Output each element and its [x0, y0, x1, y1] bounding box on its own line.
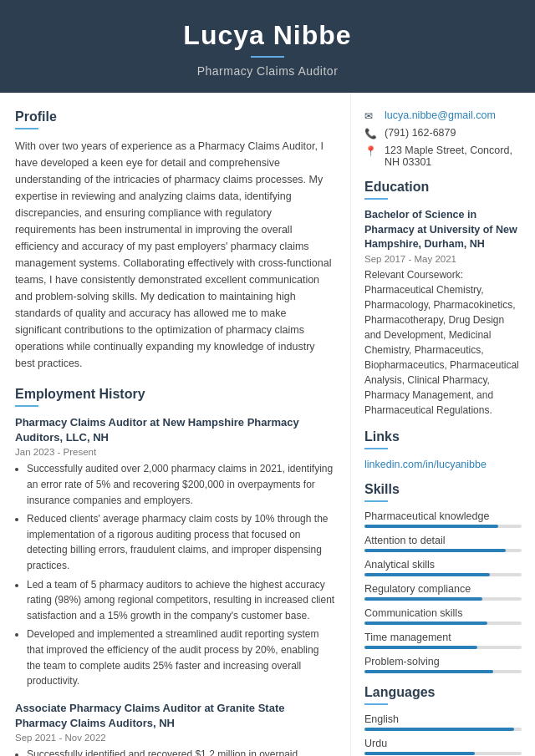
header-divider — [251, 56, 284, 58]
skill-bar-bg — [364, 622, 522, 625]
skill-bar-fill — [364, 525, 498, 528]
resume-header: Lucya Nibbe Pharmacy Claims Auditor — [0, 0, 535, 93]
skill-bar-bg — [364, 525, 522, 528]
job-1-dates: Jan 2023 - Present — [15, 447, 335, 457]
skill-bar-bg — [364, 646, 522, 649]
location-icon: 📍 — [364, 145, 380, 157]
links-divider — [364, 448, 388, 449]
skills-list: Pharmaceutical knowledge Attention to de… — [364, 510, 522, 673]
contact-address: 📍 123 Maple Street, Concord, NH 03301 — [364, 145, 522, 168]
edu-dates: Sep 2017 - May 2021 — [364, 254, 522, 264]
job-2-bullets: Successfully identified and recovered $1… — [15, 747, 335, 756]
job-2-title: Associate Pharmacy Claims Auditor at Gra… — [15, 701, 335, 731]
profile-divider — [15, 128, 38, 129]
lang-label: English — [364, 713, 522, 725]
skill-bar-bg — [364, 573, 522, 576]
languages-divider — [364, 703, 388, 705]
candidate-name: Lucya Nibbe — [17, 20, 518, 51]
job-2: Associate Pharmacy Claims Auditor at Gra… — [15, 701, 335, 756]
list-item: Developed and implemented a streamlined … — [27, 627, 335, 688]
skill-label: Communication skills — [364, 607, 522, 619]
employment-title: Employment History — [15, 387, 335, 402]
profile-text: With over two years of experience as a P… — [15, 138, 335, 372]
education-section: Education Bachelor of Science in Pharmac… — [364, 180, 522, 418]
list-item: Successfully audited over 2,000 pharmacy… — [27, 461, 335, 508]
profile-section: Profile With over two years of experienc… — [15, 109, 335, 372]
employment-divider — [15, 405, 38, 407]
links-title: Links — [364, 429, 522, 444]
contact-section: ✉ lucya.nibbe@gmail.com 📞 (791) 162-6879… — [364, 109, 522, 168]
lang-label: Urdu — [364, 738, 522, 749]
skill-bar-fill — [364, 597, 482, 601]
right-column: ✉ lucya.nibbe@gmail.com 📞 (791) 162-6879… — [351, 93, 535, 756]
skill-item: Attention to detail — [364, 535, 522, 552]
address-text: 123 Maple Street, Concord, NH 03301 — [385, 145, 522, 168]
skill-label: Pharmaceutical knowledge — [364, 510, 522, 522]
skill-bar-fill — [364, 646, 477, 649]
skill-bar-fill — [364, 573, 490, 576]
skill-item: Analytical skills — [364, 559, 522, 576]
skills-divider — [364, 500, 388, 502]
skill-item: Pharmaceutical knowledge — [364, 510, 522, 528]
list-item: Reduced clients' average pharmacy claim … — [27, 511, 335, 573]
skill-bar-fill — [364, 670, 493, 673]
contact-email: ✉ lucya.nibbe@gmail.com — [364, 109, 522, 122]
lang-bar-bg — [364, 728, 522, 731]
skill-item: Communication skills — [364, 607, 522, 625]
linkedin-link[interactable]: linkedin.com/in/lucyanibbe — [364, 459, 487, 470]
skill-label: Problem-solving — [364, 656, 522, 667]
education-divider — [364, 198, 388, 200]
edu-coursework: Relevant Coursework: Pharmaceutical Chem… — [364, 267, 522, 418]
email-link[interactable]: lucya.nibbe@gmail.com — [385, 109, 496, 121]
lang-bar-fill — [364, 752, 475, 755]
edu-degree: Bachelor of Science in Pharmacy at Unive… — [364, 208, 522, 252]
left-column: Profile With over two years of experienc… — [0, 93, 351, 756]
language-item: Urdu — [364, 738, 522, 755]
lang-bar-fill — [364, 728, 514, 731]
skill-label: Analytical skills — [364, 559, 522, 571]
job-1-bullets: Successfully audited over 2,000 pharmacy… — [15, 461, 335, 688]
skill-item: Time management — [364, 632, 522, 649]
skill-bar-fill — [364, 549, 506, 552]
skill-label: Attention to detail — [364, 535, 522, 546]
job-2-dates: Sep 2021 - Nov 2022 — [15, 733, 335, 743]
phone-icon: 📞 — [364, 128, 380, 140]
languages-list: English Urdu — [364, 713, 522, 755]
links-section: Links linkedin.com/in/lucyanibbe — [364, 429, 522, 470]
skill-item: Problem-solving — [364, 656, 522, 673]
education-title: Education — [364, 180, 522, 195]
list-item: Successfully identified and recovered $1… — [27, 747, 335, 756]
skill-bar-fill — [364, 622, 487, 625]
candidate-title: Pharmacy Claims Auditor — [17, 64, 518, 78]
languages-title: Languages — [364, 685, 522, 700]
skills-section: Skills Pharmaceutical knowledge Attentio… — [364, 482, 522, 673]
job-1-title: Pharmacy Claims Auditor at New Hampshire… — [15, 415, 335, 445]
language-item: English — [364, 713, 522, 731]
job-1: Pharmacy Claims Auditor at New Hampshire… — [15, 415, 335, 689]
skill-bar-bg — [364, 670, 522, 673]
contact-phone: 📞 (791) 162-6879 — [364, 127, 522, 140]
skill-label: Time management — [364, 632, 522, 643]
skills-title: Skills — [364, 482, 522, 497]
skill-label: Regulatory compliance — [364, 583, 522, 595]
languages-section: Languages English Urdu — [364, 685, 522, 755]
lang-bar-bg — [364, 752, 522, 755]
list-item: Led a team of 5 pharmacy auditors to ach… — [27, 577, 335, 624]
profile-title: Profile — [15, 109, 335, 124]
employment-section: Employment History Pharmacy Claims Audit… — [15, 387, 335, 756]
skill-bar-bg — [364, 549, 522, 552]
phone-text: (791) 162-6879 — [385, 127, 456, 139]
email-icon: ✉ — [364, 110, 380, 122]
skill-bar-bg — [364, 597, 522, 601]
skill-item: Regulatory compliance — [364, 583, 522, 601]
main-layout: Profile With over two years of experienc… — [0, 93, 535, 756]
